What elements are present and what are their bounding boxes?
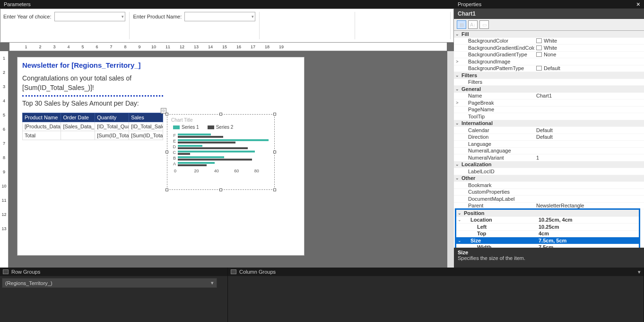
dotted-rule — [22, 95, 163, 97]
property-location[interactable]: ⌄Location10.25cm, 4cm — [456, 217, 639, 224]
param-year-combo[interactable] — [54, 12, 125, 21]
property-category[interactable]: ⌄General — [454, 86, 644, 93]
table-cell[interactable]: [Sales_Data_Ord — [61, 122, 95, 131]
chart-title[interactable]: Chart Title — [167, 115, 274, 124]
property-row[interactable]: BackgroundColorWhite — [454, 38, 644, 45]
property-row[interactable]: Language — [454, 141, 644, 148]
column-groups-header: Column Groups ▾ — [228, 268, 644, 276]
ruler-vertical: 12345678910111213 — [0, 51, 9, 268]
property-row[interactable]: LabelLocID — [454, 168, 644, 175]
resize-handle[interactable] — [273, 113, 276, 116]
resize-handle[interactable] — [273, 151, 276, 153]
parameters-panel-header: Parameters — [0, 0, 454, 9]
property-category[interactable]: ⌄Fill — [454, 31, 644, 38]
vertical-scrollbar[interactable] — [447, 51, 454, 268]
chart-plot[interactable]: FEDCBA — [167, 132, 274, 167]
table-header[interactable]: Sales — [129, 113, 163, 122]
categorized-view-button[interactable]: ▤ — [457, 20, 466, 29]
property-left[interactable]: Left10.25cm — [456, 224, 639, 231]
groups-menu-button[interactable]: ▾ — [638, 269, 641, 275]
resize-handle[interactable] — [219, 113, 222, 116]
property-row[interactable]: CalendarDefault — [454, 127, 644, 134]
property-category-position[interactable]: ⌄Position — [456, 210, 639, 217]
property-size[interactable]: ⌄Size7.5cm, 5cm — [456, 237, 639, 244]
property-row[interactable]: BackgroundPatternTypeDefault — [454, 65, 644, 72]
property-row[interactable]: >BackgroundImage — [454, 58, 644, 65]
property-row[interactable]: PageName — [454, 107, 644, 114]
selected-object-name[interactable]: Chart1 — [454, 9, 644, 19]
property-row[interactable]: ParentNewsletterRectangle — [454, 203, 644, 210]
property-row[interactable]: Filters — [454, 79, 644, 86]
property-category[interactable]: ⌄Other — [454, 175, 644, 182]
property-row[interactable]: BackgroundGradientTypeNone — [454, 52, 644, 59]
table-header[interactable]: Order Date — [61, 113, 95, 122]
param-year-label: Enter Year of choice: — [3, 12, 52, 19]
properties-grid[interactable]: ⌄FillBackgroundColorWhiteBackgroundGradi… — [454, 31, 644, 248]
property-category[interactable]: ⌄Localization — [454, 161, 644, 169]
chart-legend[interactable]: Series 1Series 2 — [167, 124, 274, 132]
table-header[interactable]: Product Name — [23, 113, 61, 122]
property-row[interactable]: ToolTip — [454, 113, 644, 120]
report-congrats[interactable]: Congratulations on your total sales of [… — [22, 74, 299, 92]
property-row[interactable]: NumeralVariant1 — [454, 154, 644, 161]
resize-handle[interactable] — [165, 113, 168, 116]
parameters-title: Parameters — [4, 1, 31, 7]
resize-handle[interactable] — [273, 188, 276, 191]
property-row[interactable]: DirectionDefault — [454, 134, 644, 141]
report-title[interactable]: Newsletter for [Regions_Territory_] — [22, 61, 299, 69]
properties-close-button[interactable]: × — [636, 0, 640, 8]
property-row[interactable]: NumeralLanguage — [454, 148, 644, 155]
table-header[interactable]: Quantity — [95, 113, 129, 122]
properties-panel-header: Properties × — [454, 0, 644, 9]
property-row[interactable]: DocumentMapLabel — [454, 196, 644, 203]
property-description: Size Specifies the size of the item. — [454, 248, 644, 268]
column-groups-icon — [231, 269, 236, 274]
row-groups-header: Row Groups — [0, 268, 227, 276]
table-cell[interactable]: [Sum(ID_Total_ — [129, 131, 163, 140]
row-groups-icon — [3, 269, 9, 274]
resize-handle[interactable] — [165, 151, 168, 153]
chart-x-axis: 020406080 — [167, 169, 274, 173]
table-cell[interactable] — [61, 131, 95, 140]
report-subtitle[interactable]: Top 30 Sales by Sales Amount per Day: — [22, 99, 299, 107]
property-row[interactable]: NameChart1 — [454, 93, 644, 100]
table-cell[interactable]: [ID_Total_Sales — [129, 122, 163, 131]
param-product-label: Enter Product Name: — [133, 12, 182, 19]
parameters-bar: Enter Year of choice: Enter Product Name… — [0, 9, 454, 43]
property-row[interactable]: CustomProperties — [454, 189, 644, 196]
table-cell[interactable]: Total — [23, 131, 61, 140]
report-table[interactable]: Product NameOrder DateQuantitySales [Pro… — [22, 113, 163, 140]
property-width[interactable]: Width7.5cm — [456, 244, 639, 248]
properties-title: Properties — [458, 1, 481, 7]
property-row[interactable]: >PageBreak — [454, 99, 644, 107]
row-group-item[interactable]: (Regions_Territory_) ▾ — [2, 278, 217, 288]
resize-handle[interactable] — [165, 188, 168, 191]
property-row[interactable]: Bookmark — [454, 182, 644, 189]
property-category[interactable]: ⌄Filters — [454, 72, 644, 79]
table-cell[interactable]: [ID_Total_Quant — [95, 122, 129, 131]
alphabetical-view-button[interactable]: A↓ — [468, 20, 478, 29]
properties-toolbar: ▤ A↓ ▭ — [454, 19, 644, 31]
ruler-horizontal: 12345678910111213141516171819 — [9, 43, 447, 51]
property-row[interactable]: BackgroundGradientEndColorWhite — [454, 45, 644, 52]
param-product-combo[interactable] — [184, 12, 255, 21]
table-cell[interactable]: [Sum(ID_Total_Q — [95, 131, 129, 140]
property-top[interactable]: Top4cm — [456, 231, 639, 238]
property-pages-button[interactable]: ▭ — [479, 20, 489, 29]
report-canvas[interactable]: Newsletter for [Regions_Territory_] Cong… — [17, 57, 305, 256]
table-cell[interactable]: [Products_Data_ — [23, 122, 61, 131]
resize-handle[interactable] — [219, 188, 222, 191]
property-category[interactable]: ⌄International — [454, 120, 644, 127]
row-group-dropdown-icon[interactable]: ▾ — [211, 280, 214, 286]
design-surface[interactable]: 12345678910111213141516171819 1234567891… — [0, 43, 454, 268]
chart-container[interactable]: ✥ Chart Title Series 1Series 2 FEDCBA 02… — [167, 114, 275, 190]
